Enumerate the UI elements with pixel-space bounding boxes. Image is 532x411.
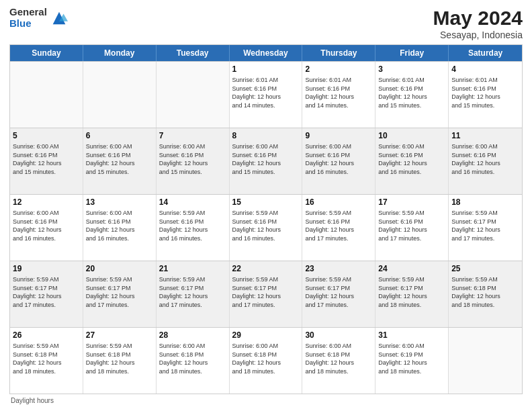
calendar-cell: [449, 328, 522, 394]
day-number: 10: [378, 130, 445, 141]
calendar-cell: 31Sunrise: 6:00 AM Sunset: 6:19 PM Dayli…: [375, 328, 449, 394]
calendar-cell: [157, 62, 230, 128]
cell-info: Sunrise: 6:00 AM Sunset: 6:18 PM Dayligh…: [305, 342, 372, 375]
weekday-header: Thursday: [302, 45, 375, 61]
main-title: May 2024: [433, 7, 523, 30]
cell-info: Sunrise: 6:00 AM Sunset: 6:16 PM Dayligh…: [305, 142, 372, 176]
day-number: 30: [305, 330, 372, 340]
day-number: 19: [13, 263, 80, 274]
calendar-cell: 25Sunrise: 5:59 AM Sunset: 6:18 PM Dayli…: [449, 261, 522, 327]
cell-info: Sunrise: 6:00 AM Sunset: 6:16 PM Dayligh…: [86, 142, 153, 176]
calendar-cell: 15Sunrise: 5:59 AM Sunset: 6:16 PM Dayli…: [230, 195, 303, 261]
page: General Blue May 2024 Sesayap, Indonesia…: [0, 0, 532, 411]
calendar-cell: 8Sunrise: 6:00 AM Sunset: 6:16 PM Daylig…: [230, 128, 303, 194]
subtitle: Sesayap, Indonesia: [433, 30, 523, 40]
weekday-header: Friday: [375, 45, 449, 61]
day-number: 6: [86, 130, 153, 141]
logo-icon: [50, 9, 69, 28]
day-number: 31: [378, 330, 445, 340]
calendar-cell: 18Sunrise: 5:59 AM Sunset: 6:17 PM Dayli…: [449, 195, 522, 261]
footer: Daylight hours: [9, 397, 523, 404]
day-number: 20: [86, 263, 153, 274]
calendar-cell: 2Sunrise: 6:01 AM Sunset: 6:16 PM Daylig…: [302, 62, 375, 128]
cell-info: Sunrise: 6:00 AM Sunset: 6:16 PM Dayligh…: [13, 209, 80, 242]
day-number: 11: [451, 130, 519, 141]
calendar-cell: 28Sunrise: 6:00 AM Sunset: 6:18 PM Dayli…: [157, 328, 230, 394]
day-number: 12: [13, 197, 80, 208]
daylight-label: Daylight hours: [11, 397, 54, 404]
calendar-body: 1Sunrise: 6:01 AM Sunset: 6:16 PM Daylig…: [10, 61, 522, 394]
calendar-cell: 5Sunrise: 6:00 AM Sunset: 6:16 PM Daylig…: [10, 128, 83, 194]
calendar-cell: 19Sunrise: 5:59 AM Sunset: 6:17 PM Dayli…: [10, 261, 83, 327]
cell-info: Sunrise: 6:00 AM Sunset: 6:18 PM Dayligh…: [232, 342, 300, 375]
cell-info: Sunrise: 5:59 AM Sunset: 6:17 PM Dayligh…: [305, 275, 372, 309]
logo-general: General: [9, 7, 47, 18]
calendar-cell: 23Sunrise: 5:59 AM Sunset: 6:17 PM Dayli…: [302, 261, 375, 327]
calendar-week: 26Sunrise: 5:59 AM Sunset: 6:18 PM Dayli…: [10, 327, 522, 394]
day-number: 2: [305, 64, 372, 75]
calendar-cell: 7Sunrise: 6:00 AM Sunset: 6:16 PM Daylig…: [157, 128, 230, 194]
calendar-cell: 16Sunrise: 5:59 AM Sunset: 6:16 PM Dayli…: [302, 195, 375, 261]
cell-info: Sunrise: 6:01 AM Sunset: 6:16 PM Dayligh…: [378, 76, 445, 109]
calendar-cell: 17Sunrise: 5:59 AM Sunset: 6:16 PM Dayli…: [375, 195, 449, 261]
cell-info: Sunrise: 5:59 AM Sunset: 6:16 PM Dayligh…: [305, 209, 372, 242]
day-number: 28: [159, 330, 226, 340]
calendar-cell: 11Sunrise: 6:00 AM Sunset: 6:16 PM Dayli…: [449, 128, 522, 194]
calendar-header-row: SundayMondayTuesdayWednesdayThursdayFrid…: [10, 45, 522, 61]
day-number: 5: [13, 130, 80, 141]
calendar-cell: [83, 62, 157, 128]
header: General Blue May 2024 Sesayap, Indonesia: [9, 7, 523, 40]
cell-info: Sunrise: 5:59 AM Sunset: 6:17 PM Dayligh…: [451, 209, 519, 242]
cell-info: Sunrise: 6:00 AM Sunset: 6:19 PM Dayligh…: [378, 342, 445, 375]
calendar-cell: 27Sunrise: 5:59 AM Sunset: 6:18 PM Dayli…: [83, 328, 157, 394]
day-number: 9: [305, 130, 372, 141]
calendar-cell: 9Sunrise: 6:00 AM Sunset: 6:16 PM Daylig…: [302, 128, 375, 194]
cell-info: Sunrise: 6:00 AM Sunset: 6:16 PM Dayligh…: [451, 142, 519, 176]
title-block: May 2024 Sesayap, Indonesia: [433, 7, 523, 40]
cell-info: Sunrise: 5:59 AM Sunset: 6:17 PM Dayligh…: [232, 275, 300, 309]
day-number: 16: [305, 197, 372, 208]
calendar-week: 1Sunrise: 6:01 AM Sunset: 6:16 PM Daylig…: [10, 61, 522, 128]
day-number: 24: [378, 263, 445, 274]
calendar-cell: 26Sunrise: 5:59 AM Sunset: 6:18 PM Dayli…: [10, 328, 83, 394]
day-number: 23: [305, 263, 372, 274]
day-number: 4: [451, 64, 519, 75]
day-number: 8: [232, 130, 300, 141]
day-number: 26: [13, 330, 80, 340]
logo: General Blue: [9, 7, 69, 29]
weekday-header: Monday: [83, 45, 157, 61]
day-number: 14: [159, 197, 226, 208]
logo-text: General Blue: [9, 7, 47, 29]
day-number: 29: [232, 330, 300, 340]
calendar-cell: 12Sunrise: 6:00 AM Sunset: 6:16 PM Dayli…: [10, 195, 83, 261]
calendar-cell: 22Sunrise: 5:59 AM Sunset: 6:17 PM Dayli…: [230, 261, 303, 327]
calendar-cell: 21Sunrise: 5:59 AM Sunset: 6:17 PM Dayli…: [157, 261, 230, 327]
calendar-cell: 6Sunrise: 6:00 AM Sunset: 6:16 PM Daylig…: [83, 128, 157, 194]
weekday-header: Wednesday: [230, 45, 303, 61]
calendar-cell: [10, 62, 83, 128]
cell-info: Sunrise: 6:00 AM Sunset: 6:16 PM Dayligh…: [86, 209, 153, 242]
day-number: 18: [451, 197, 519, 208]
cell-info: Sunrise: 6:00 AM Sunset: 6:16 PM Dayligh…: [159, 142, 226, 176]
day-number: 22: [232, 263, 300, 274]
cell-info: Sunrise: 6:00 AM Sunset: 6:16 PM Dayligh…: [232, 142, 300, 176]
day-number: 27: [86, 330, 153, 340]
calendar-week: 12Sunrise: 6:00 AM Sunset: 6:16 PM Dayli…: [10, 194, 522, 261]
day-number: 1: [232, 64, 300, 75]
calendar-week: 19Sunrise: 5:59 AM Sunset: 6:17 PM Dayli…: [10, 261, 522, 327]
calendar-cell: 20Sunrise: 5:59 AM Sunset: 6:17 PM Dayli…: [83, 261, 157, 327]
cell-info: Sunrise: 6:01 AM Sunset: 6:16 PM Dayligh…: [305, 76, 372, 109]
calendar-cell: 1Sunrise: 6:01 AM Sunset: 6:16 PM Daylig…: [230, 62, 303, 128]
logo-blue: Blue: [9, 18, 47, 30]
cell-info: Sunrise: 6:00 AM Sunset: 6:16 PM Dayligh…: [13, 142, 80, 176]
calendar-cell: 3Sunrise: 6:01 AM Sunset: 6:16 PM Daylig…: [375, 62, 449, 128]
weekday-header: Saturday: [449, 45, 522, 61]
cell-info: Sunrise: 5:59 AM Sunset: 6:16 PM Dayligh…: [159, 209, 226, 242]
calendar: SundayMondayTuesdayWednesdayThursdayFrid…: [9, 44, 523, 394]
day-number: 13: [86, 197, 153, 208]
cell-info: Sunrise: 5:59 AM Sunset: 6:17 PM Dayligh…: [13, 275, 80, 309]
calendar-week: 5Sunrise: 6:00 AM Sunset: 6:16 PM Daylig…: [10, 128, 522, 194]
calendar-cell: 13Sunrise: 6:00 AM Sunset: 6:16 PM Dayli…: [83, 195, 157, 261]
calendar-cell: 29Sunrise: 6:00 AM Sunset: 6:18 PM Dayli…: [230, 328, 303, 394]
day-number: 7: [159, 130, 226, 141]
